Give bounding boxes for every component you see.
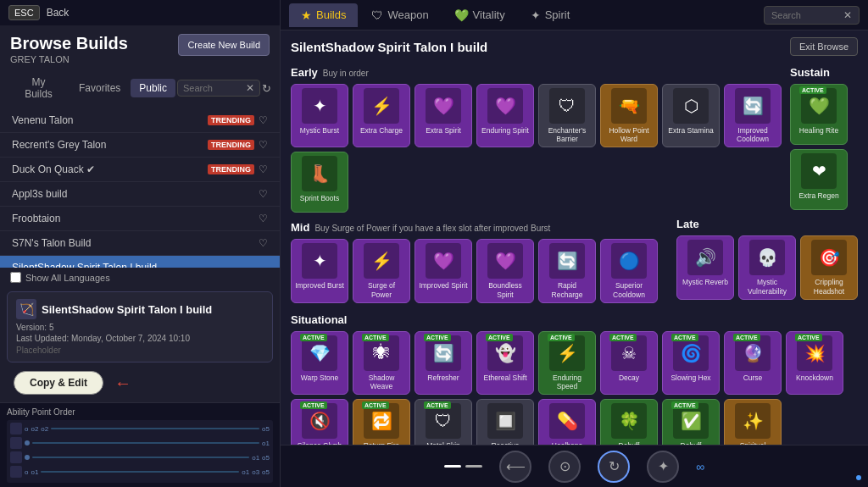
- show-all-languages-checkbox[interactable]: [10, 272, 21, 283]
- heart-icon[interactable]: ♡: [259, 114, 268, 126]
- card-warp-stone[interactable]: ACTIVE💎 Warp Stone: [291, 331, 348, 395]
- right-search-clear-icon[interactable]: ✕: [843, 9, 852, 21]
- heart-icon[interactable]: ♡: [259, 163, 268, 175]
- card-sprint-boots[interactable]: 👢 Sprint Boots: [291, 152, 348, 213]
- card-extra-regen[interactable]: ❤ Extra Regen: [790, 149, 848, 210]
- heart-icon[interactable]: ♡: [259, 188, 268, 200]
- build-detail-icon: 🏹: [16, 299, 36, 319]
- settings-dot: [856, 475, 861, 480]
- card-debuff-reducer[interactable]: 🍀 Debuff Reducer: [600, 399, 658, 445]
- build-item[interactable]: Recrent's Grey Talon TRENDING ♡: [0, 133, 280, 158]
- build-item[interactable]: Appl3s build ♡: [0, 182, 280, 207]
- spirit-icon: ✦: [531, 8, 541, 22]
- ability-point-section: Ability Point Order o o2 o2 o5 o1 o1: [0, 402, 280, 487]
- card-spiritual-overflow[interactable]: ✨ Spiritual Overflow: [724, 399, 782, 445]
- infinity-icon: ∞: [696, 460, 704, 473]
- back-label[interactable]: Back: [47, 7, 70, 19]
- trending-badge: TRENDING: [208, 140, 254, 150]
- esc-button[interactable]: ESC: [8, 5, 40, 20]
- card-mystic-burst[interactable]: ✦ Mystic Burst: [291, 84, 348, 147]
- nav-btn-target[interactable]: ⊙: [548, 451, 581, 483]
- early-cards-grid: ✦ Mystic Burst ⚡ Extra Charge 💜 Extra Sp…: [291, 84, 783, 213]
- build-item[interactable]: Froobtaion ♡: [0, 207, 280, 231]
- right-top-bar: ★ Builds 🛡 Weapon 💚 Vitality ✦ Spirit ✕: [281, 0, 868, 30]
- card-superior-cooldown[interactable]: 🔵 Superior Cooldown: [600, 239, 658, 302]
- card-refresher[interactable]: ACTIVE🔄 Refresher: [415, 331, 472, 395]
- card-return-fire[interactable]: ACTIVE🔁 Return Fire: [353, 399, 410, 445]
- card-surge-of-power[interactable]: ⚡ Surge of Power: [353, 239, 410, 302]
- card-icon: 🎯: [811, 240, 847, 275]
- card-curse[interactable]: ACTIVE🔮 Curse: [724, 331, 782, 395]
- tab-my-builds[interactable]: My Builds: [8, 73, 69, 103]
- card-slowing-hex[interactable]: ACTIVE🌀 Slowing Hex: [662, 331, 720, 395]
- heart-icon[interactable]: ♡: [259, 213, 268, 224]
- card-improved-spirit[interactable]: 💜 Improved Spirit: [415, 239, 472, 302]
- card-mystic-vulnerability[interactable]: 💀 Mystic Vulnerability: [738, 235, 796, 299]
- card-improved-burst[interactable]: ✦ Improved Burst: [291, 239, 348, 302]
- tab-favorites[interactable]: Favorites: [70, 79, 129, 97]
- card-hollow-point-ward[interactable]: 🔫 Hollow Point Ward: [600, 84, 658, 147]
- build-item-selected[interactable]: SilentShadow Spirit Talon I build Curren…: [0, 256, 280, 268]
- build-detail-version: Version: 5: [16, 323, 264, 332]
- card-extra-stamina[interactable]: ⬡ Extra Stamina: [662, 84, 720, 147]
- card-enduring-speed[interactable]: ACTIVE⚡ Enduring Speed: [538, 331, 596, 395]
- nav-btn-arrow[interactable]: ⟵: [499, 451, 531, 483]
- card-decay[interactable]: ACTIVE☠ Decay: [600, 331, 658, 395]
- situational-cards-grid: ACTIVE💎 Warp Stone ACTIVE🕷 Shadow Weave …: [291, 331, 858, 445]
- builds-list: Venenu Talon TRENDING ♡ Recrent's Grey T…: [0, 107, 280, 268]
- card-enchanters-barrier[interactable]: 🛡 Enchanter's Barrier: [538, 84, 596, 147]
- copy-edit-button[interactable]: Copy & Edit: [14, 371, 103, 395]
- build-item[interactable]: S7N's Talon Build ♡: [0, 231, 280, 256]
- card-silence-glyph[interactable]: ACTIVE🔇 Silence Glyph: [291, 399, 348, 445]
- card-healbane[interactable]: 💊 Healbane: [538, 399, 596, 445]
- card-enduring-spirit[interactable]: 💜 Enduring Spirit: [476, 84, 534, 147]
- card-extra-charge[interactable]: ⚡ Extra Charge: [353, 84, 410, 147]
- build-item[interactable]: Duck On Quack ✔ TRENDING ♡: [0, 158, 280, 182]
- search-clear-icon[interactable]: ✕: [246, 82, 254, 94]
- right-search-box: ✕: [764, 6, 860, 25]
- card-healing-rite[interactable]: ACTIVE 💚 Healing Rite: [790, 84, 848, 145]
- card-shadow-weave[interactable]: ACTIVE🕷 Shadow Weave: [353, 331, 410, 395]
- card-icon: 💜: [426, 88, 461, 124]
- card-debuff-remover[interactable]: ACTIVE✅ Debuff Remover: [662, 399, 720, 445]
- card-ethereal-shift[interactable]: ACTIVE👻 Ethereal Shift: [476, 331, 534, 395]
- card-boundless-spirit[interactable]: 💜 Boundless Spirit: [476, 239, 534, 302]
- card-knockdown[interactable]: ACTIVE💥 Knockdown: [786, 331, 843, 395]
- heart-icon[interactable]: ♡: [259, 237, 268, 249]
- build-content-title: SilentShadow Spirit Talon I build Exit B…: [291, 37, 858, 56]
- card-crippling-headshot[interactable]: 🎯 Crippling Headshot: [800, 235, 858, 299]
- tab-weapon[interactable]: 🛡 Weapon: [359, 3, 440, 27]
- card-reactive-barrier[interactable]: 🔲 Reactive Barrier: [476, 399, 534, 445]
- card-metal-skin[interactable]: ACTIVE🛡 Metal Skin: [415, 399, 472, 445]
- heart-icon[interactable]: ♡: [259, 139, 268, 151]
- ability-point-title: Ability Point Order: [7, 407, 273, 417]
- card-mystic-reverb[interactable]: 🔊 Mystic Reverb: [676, 235, 734, 299]
- exit-browse-button[interactable]: Exit Browse: [790, 37, 858, 56]
- tab-builds[interactable]: ★ Builds: [289, 3, 358, 27]
- browse-header: Browse Builds GREY TALON Create New Buil…: [0, 25, 280, 69]
- ability-timeline: o o2 o2 o5 o1 o1 o5 o: [7, 420, 273, 483]
- card-improved-cooldown[interactable]: 🔄 Improved Cooldown: [724, 84, 782, 147]
- card-icon: ACTIVE✅: [673, 403, 709, 439]
- card-icon: ACTIVE💎: [302, 335, 337, 371]
- tab-vitality[interactable]: 💚 Vitality: [442, 3, 517, 27]
- card-icon: 🔄: [735, 88, 771, 124]
- refresh-icon[interactable]: ↻: [262, 82, 271, 95]
- card-icon: 🔊: [687, 240, 723, 275]
- bottom-nav: ⟵ ⊙ ↻ ✦ ∞: [281, 445, 868, 487]
- build-item[interactable]: Venenu Talon TRENDING ♡: [0, 108, 280, 133]
- card-extra-spirit[interactable]: 💜 Extra Spirit: [415, 84, 472, 147]
- tab-spirit[interactable]: ✦ Spirit: [519, 3, 582, 27]
- card-icon: 💀: [749, 240, 785, 275]
- card-icon: 👢: [302, 156, 337, 191]
- nav-btn-refresh[interactable]: ↻: [598, 451, 630, 483]
- create-new-button[interactable]: Create New Build: [178, 34, 270, 56]
- weapon-icon: 🛡: [371, 8, 383, 22]
- tab-public[interactable]: Public: [131, 79, 175, 97]
- search-input[interactable]: [183, 83, 242, 93]
- card-icon: 🔵: [611, 243, 647, 279]
- right-search-input[interactable]: [771, 10, 839, 20]
- nav-btn-star[interactable]: ✦: [647, 451, 679, 483]
- nav-dot-1: [444, 465, 461, 468]
- card-rapid-recharge[interactable]: 🔄 Rapid Recharge: [538, 239, 596, 302]
